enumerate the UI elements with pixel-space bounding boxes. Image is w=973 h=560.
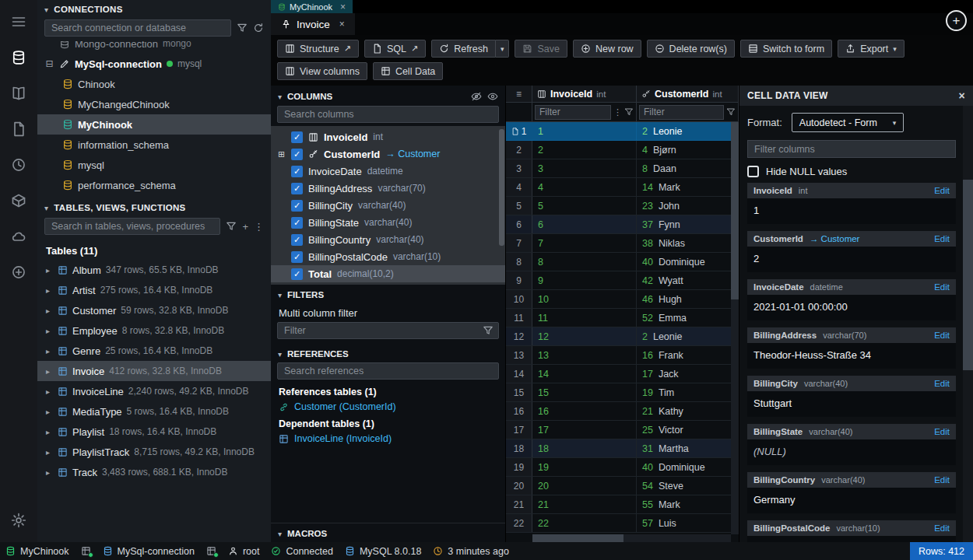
table-item-customer[interactable]: ▸ Customer 59 rows, 32.8 KB, InnoDB xyxy=(37,300,271,320)
column-item-total[interactable]: ✓ Total decimal(10,2) xyxy=(271,265,505,282)
grid-cell[interactable]: 21 xyxy=(532,495,637,513)
edit-link[interactable]: Edit xyxy=(934,379,950,388)
grid-cell[interactable]: 19 xyxy=(532,458,637,476)
grid-cell[interactable]: 23John xyxy=(637,197,739,215)
table-item-invoice[interactable]: ▸ Invoice 412 rows, 32.8 KB, InnoDB xyxy=(37,361,271,381)
table-item-invoiceline[interactable]: ▸ InvoiceLine 2,240 rows, 49.2 KB, InnoD… xyxy=(37,381,271,401)
row-number[interactable]: 8 xyxy=(506,253,532,271)
table-row[interactable]: 11 11 52Emma xyxy=(506,309,739,327)
grid-cell[interactable]: 4Bjørn xyxy=(637,141,739,159)
menu-button[interactable] xyxy=(0,5,37,39)
row-number[interactable]: 10 xyxy=(506,290,532,308)
edit-link[interactable]: Edit xyxy=(934,331,950,340)
refresh-icon[interactable] xyxy=(253,23,264,33)
filter-icon[interactable] xyxy=(226,221,237,232)
add-connection-button[interactable]: + xyxy=(946,10,967,31)
grid-cell[interactable]: 14 xyxy=(532,365,637,383)
status-table-chip-icon[interactable] xyxy=(206,546,216,556)
rail-docs-button[interactable] xyxy=(0,76,37,110)
rail-add-button[interactable] xyxy=(0,255,37,289)
new-row-button[interactable]: New row xyxy=(573,40,641,58)
grid-cell[interactable]: 22 xyxy=(532,514,637,532)
grid-cell[interactable]: 8Daan xyxy=(637,159,739,177)
table-row[interactable]: 5 5 23John xyxy=(506,197,739,215)
grid-cell[interactable]: 2 xyxy=(532,141,637,159)
grid-cell[interactable]: 16 xyxy=(532,402,637,420)
table-row[interactable]: 9 9 42Wyatt xyxy=(506,271,739,290)
grid-cell[interactable]: 7 xyxy=(532,234,637,252)
status-connected[interactable]: Connected xyxy=(271,546,332,557)
db-item-performance-schema[interactable]: performance_schema xyxy=(37,175,271,195)
grid-cell[interactable]: 11 xyxy=(532,309,637,327)
filter-icon[interactable] xyxy=(483,325,494,338)
grid-cell[interactable]: 17Jack xyxy=(637,365,739,383)
grid-cell[interactable]: 3 xyxy=(532,159,637,177)
checkbox-checked[interactable]: ✓ xyxy=(291,251,303,263)
field-value[interactable]: Germany xyxy=(747,488,956,513)
dependent-link-invoiceline[interactable]: InvoiceLine (InvoiceId) xyxy=(271,431,505,446)
edit-link[interactable]: Edit xyxy=(934,475,950,485)
cell-data-button[interactable]: Cell Data xyxy=(373,62,443,80)
row-number[interactable]: 20 xyxy=(506,477,532,495)
format-select[interactable]: Autodetect - Form ▾ xyxy=(792,113,905,132)
row-number[interactable]: 11 xyxy=(506,309,532,327)
status-user[interactable]: root xyxy=(228,546,260,557)
connection-search-input[interactable] xyxy=(44,19,231,37)
filter-icon[interactable] xyxy=(726,107,736,117)
grid-cell[interactable]: 10 xyxy=(532,290,637,308)
table-row[interactable]: 10 10 46Hugh xyxy=(506,290,739,309)
references-search-input[interactable] xyxy=(277,362,499,380)
grid-cell[interactable]: 46Hugh xyxy=(637,290,739,308)
row-number[interactable]: 1 xyxy=(506,122,532,140)
checkbox-unchecked[interactable] xyxy=(747,166,759,177)
table-item-genre[interactable]: ▸ Genre 25 rows, 16.4 KB, InnoDB xyxy=(37,341,271,361)
table-row[interactable]: 7 7 38Niklas xyxy=(506,234,739,253)
cell-view-scrollbar[interactable] xyxy=(963,106,973,542)
field-value[interactable] xyxy=(747,536,956,542)
column-item-billingstate[interactable]: ✓ BillingState varchar(40) xyxy=(271,214,505,231)
export-button[interactable]: Export ▾ xyxy=(838,40,905,58)
table-item-track[interactable]: ▸ Track 3,483 rows, 688.1 KB, InnoDB xyxy=(37,462,271,482)
rail-databases-button[interactable] xyxy=(0,40,37,75)
table-item-album[interactable]: ▸ Album 347 rows, 65.5 KB, InnoDB xyxy=(37,260,271,280)
field-value[interactable]: Theodor-Heuss-Straße 34 xyxy=(747,343,956,369)
grid-cell[interactable]: 8 xyxy=(532,253,637,271)
structure-button[interactable]: Structure ↗ xyxy=(277,40,359,58)
connection-item-mongo[interactable]: Mongo-connection mongo xyxy=(37,41,271,54)
table-row[interactable]: 8 8 40Dominique xyxy=(506,253,739,271)
db-item-information-schema[interactable]: information_schema xyxy=(37,135,271,155)
filters-section-header[interactable]: ▾ FILTERS xyxy=(271,285,505,303)
grid-column-header-invoiceid[interactable]: InvoiceId int xyxy=(532,86,637,102)
filter-input-customerid[interactable] xyxy=(639,105,724,120)
row-number[interactable]: 19 xyxy=(506,458,532,476)
field-value[interactable]: 1 xyxy=(747,198,956,224)
grid-corner-menu[interactable]: ≡ xyxy=(506,86,532,102)
row-number[interactable]: 4 xyxy=(506,178,532,196)
field-value[interactable]: 2021-01-01 00:00:00 xyxy=(747,295,956,320)
table-row[interactable]: 22 22 57Luis xyxy=(506,514,739,533)
refresh-button[interactable]: Refresh xyxy=(431,40,496,58)
filter-columns-input[interactable] xyxy=(747,140,956,158)
close-icon[interactable]: × xyxy=(339,19,345,30)
hide-null-checkbox[interactable]: Hide NULL values xyxy=(739,162,973,183)
field-value[interactable]: 2 xyxy=(747,247,956,272)
row-number[interactable]: 21 xyxy=(506,495,532,513)
row-number[interactable]: 9 xyxy=(506,271,532,289)
status-database[interactable]: MyChinook xyxy=(5,546,69,557)
grid-cell[interactable]: 15 xyxy=(532,383,637,401)
checkbox-checked[interactable]: ✓ xyxy=(291,234,303,246)
db-item-mychinook[interactable]: MyChinook xyxy=(37,114,271,135)
grid-cell[interactable]: 4 xyxy=(532,178,637,196)
grid-vertical-scrollbar[interactable] xyxy=(731,122,739,534)
grid-cell[interactable]: 5 xyxy=(532,197,637,215)
columns-list-scrollbar[interactable] xyxy=(499,129,504,246)
grid-cell[interactable]: 57Luis xyxy=(637,514,739,532)
row-number[interactable]: 14 xyxy=(506,365,532,383)
sql-button[interactable]: SQL ↗ xyxy=(364,40,426,58)
grid-cell[interactable]: 42Wyatt xyxy=(637,271,739,289)
checkbox-checked[interactable]: ✓ xyxy=(291,131,303,143)
grid-cell[interactable]: 38Niklas xyxy=(637,234,739,252)
macros-section-header[interactable]: ▾ MACROS xyxy=(271,523,505,542)
table-row[interactable]: 6 6 37Fynn xyxy=(506,215,739,234)
checkbox-checked[interactable]: ✓ xyxy=(291,268,303,280)
